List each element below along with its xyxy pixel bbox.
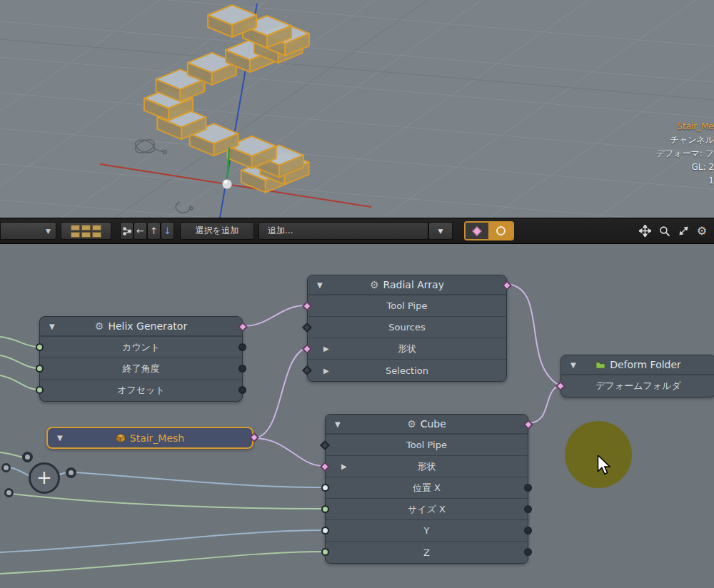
channel-row[interactable]: ▶ 形状 (308, 338, 506, 360)
input-socket[interactable] (321, 505, 329, 513)
row-label: 形状 (398, 343, 416, 355)
wire-to-cube-posx[interactable] (76, 472, 323, 487)
wire-channel[interactable] (0, 355, 39, 368)
collapse-icon[interactable]: ▼ (335, 420, 341, 428)
zoom-button[interactable] (659, 225, 670, 237)
row-label: Selection (386, 365, 428, 376)
channel-row[interactable]: カウント (40, 337, 242, 358)
wire-channel[interactable] (0, 375, 39, 390)
node-header[interactable]: ▼ Stair_Mesh (48, 428, 252, 447)
expand-icon[interactable]: ▶ (341, 462, 347, 470)
input-socket[interactable] (36, 365, 44, 372)
channel-row[interactable]: ▶ 形状 (326, 456, 528, 477)
cursor-highlight (565, 421, 632, 488)
expand-icon[interactable]: ▶ (323, 345, 329, 353)
channel-row[interactable]: Tool Pipe (308, 295, 506, 317)
channel-row[interactable]: Y (326, 520, 528, 542)
schematic-toolbar: ▼ ← ↑ ↓ 選択を追加 追加... (0, 218, 714, 244)
add-selection-label: 選択を追加 (196, 225, 238, 237)
add-item-dropdown-button[interactable]: ▼ (428, 222, 453, 240)
wire-stair-to-cube-shape[interactable] (254, 438, 323, 466)
output-socket[interactable] (524, 527, 532, 534)
expand-icon[interactable]: ▶ (323, 367, 329, 375)
settings-gear-button[interactable]: ⚙ (697, 225, 707, 237)
collapse-icon[interactable]: ▼ (57, 434, 63, 442)
output-socket[interactable] (524, 548, 532, 556)
channel-row[interactable]: 終了角度 (40, 358, 242, 380)
port-bubble[interactable] (4, 488, 14, 497)
input-socket[interactable] (36, 343, 44, 351)
viewport-3d[interactable]: Stair_Me チャンネル デフォーマ: フ GL: 2 1 (0, 0, 714, 218)
node-radial-array[interactable]: ▼ ⚙ Radial Array Tool Pipe Sources ▶ 形状 … (307, 275, 507, 382)
nav-back-button[interactable]: ← (134, 222, 147, 240)
channel-row[interactable]: Sources (308, 317, 506, 338)
collapse-icon[interactable]: ▼ (317, 281, 323, 289)
schematic-canvas[interactable]: ▼ ⚙ Helix Generator カウント 終了角度 オフセット (0, 244, 714, 588)
output-socket[interactable] (238, 365, 246, 372)
row-label: 位置 X (413, 482, 441, 495)
wire-to-cube-sizex[interactable] (11, 494, 323, 509)
node-cube[interactable]: ▼ ⚙ Cube Tool Pipe ▶ 形状 位置 X サイズ X (325, 414, 528, 564)
input-socket[interactable] (321, 548, 329, 556)
channel-row[interactable]: オフセット (40, 380, 242, 401)
add-item-field[interactable]: 追加... (258, 222, 428, 240)
wire-channel[interactable] (0, 452, 23, 457)
viewport-canvas (0, 0, 714, 218)
node-stair-mesh[interactable]: ▼ Stair_Mesh (46, 427, 253, 449)
nav-up-button[interactable]: ↑ (147, 222, 161, 240)
add-selection-button[interactable]: 選択を追加 (180, 222, 254, 240)
input-socket[interactable] (321, 484, 329, 492)
application-window: Stair_Me チャンネル デフォーマ: フ GL: 2 1 ▼ ← (0, 0, 714, 588)
channel-row[interactable]: Z (326, 542, 528, 563)
port-bubble[interactable] (1, 463, 11, 472)
collapse-icon[interactable]: ▼ (49, 323, 55, 330)
dropdown-arrow-icon: ▼ (46, 228, 51, 235)
channel-row[interactable]: デフォームフォルダ (561, 375, 714, 397)
pan-button[interactable] (639, 225, 651, 237)
channels-toggle-button[interactable] (466, 223, 489, 239)
wire-to-cube-y[interactable] (0, 530, 323, 552)
preset-dropdown[interactable]: ▼ (0, 222, 56, 240)
gear-icon: ⚙ (407, 418, 416, 430)
node-title: Helix Generator (108, 320, 187, 332)
add-node-button[interactable] (120, 222, 134, 240)
channel-row[interactable]: Tool Pipe (326, 435, 528, 456)
node-deform-folder[interactable]: ▼ Deform Folder デフォームフォルダ (560, 355, 714, 397)
channel-diamond-icon (472, 225, 482, 235)
wire-to-cube-z[interactable] (0, 552, 323, 574)
channel-row[interactable]: ▶ Selection (308, 360, 506, 381)
node-header[interactable]: ▼ ⚙ Cube (326, 415, 528, 435)
mesh-cube-icon (116, 433, 126, 443)
collapse-icon[interactable]: ▼ (570, 361, 576, 369)
node-header[interactable]: ▼ ⚙ Radial Array (308, 275, 506, 295)
port-bubble[interactable] (22, 452, 33, 462)
port-bubble[interactable] (66, 467, 76, 478)
layout-presets-button[interactable] (61, 222, 111, 240)
wire-channel[interactable] (0, 337, 39, 347)
row-label: オフセット (117, 384, 165, 397)
wire-helix-to-radial[interactable] (243, 305, 306, 326)
output-socket[interactable] (238, 386, 246, 394)
relationship-circle-icon (496, 226, 506, 235)
folder-icon (595, 360, 605, 369)
wire-channel[interactable] (10, 467, 29, 476)
input-socket[interactable] (36, 386, 44, 394)
wire-stair-to-radial-shape[interactable] (254, 348, 306, 438)
wire-radial-to-deform[interactable] (508, 284, 559, 385)
output-socket[interactable] (524, 505, 532, 513)
origin-handle[interactable] (222, 179, 232, 189)
output-socket[interactable] (238, 343, 246, 351)
node-helix-generator[interactable]: ▼ ⚙ Helix Generator カウント 終了角度 オフセット (39, 316, 243, 402)
fit-view-button[interactable] (678, 225, 689, 236)
node-header[interactable]: ▼ Deform Folder (561, 355, 714, 375)
node-header[interactable]: ▼ ⚙ Helix Generator (40, 317, 242, 337)
nav-down-button[interactable]: ↓ (161, 222, 174, 240)
wire-cube-to-deform[interactable] (529, 385, 559, 423)
channel-row[interactable]: サイズ X (326, 499, 528, 520)
input-socket[interactable] (321, 527, 329, 534)
plus-icon: + (36, 467, 52, 488)
channel-row[interactable]: 位置 X (326, 477, 528, 499)
output-socket[interactable] (524, 484, 532, 492)
collapsed-node-expand-button[interactable]: + (29, 462, 60, 494)
relationships-toggle-button[interactable] (489, 223, 513, 239)
